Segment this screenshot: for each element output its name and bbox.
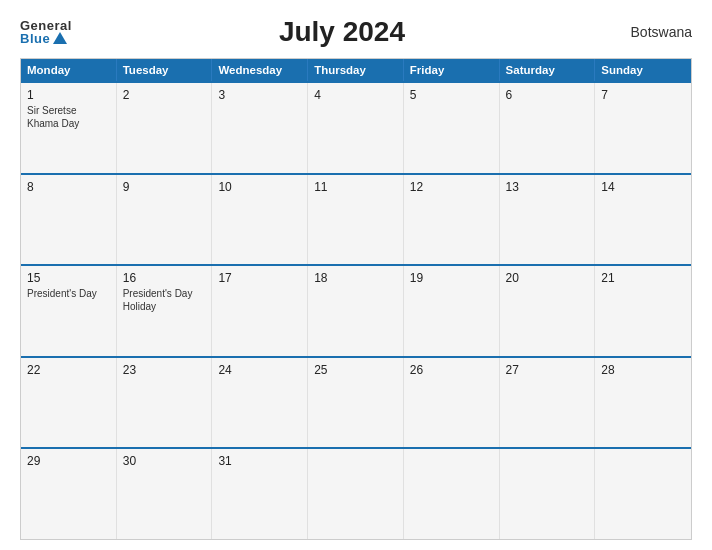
day-number: 28 [601, 363, 685, 377]
cell-19: 19 [404, 266, 500, 356]
day-number: 26 [410, 363, 493, 377]
header: General Blue July 2024 Botswana [20, 16, 692, 48]
event-label: Sir Seretse Khama Day [27, 104, 110, 130]
day-number: 21 [601, 271, 685, 285]
cell-12: 12 [404, 175, 500, 265]
calendar-body: 1 Sir Seretse Khama Day 2 3 4 5 [21, 81, 691, 539]
cell-24: 24 [212, 358, 308, 448]
day-number: 18 [314, 271, 397, 285]
logo: General Blue [20, 19, 72, 45]
header-saturday: Saturday [500, 59, 596, 81]
day-number: 12 [410, 180, 493, 194]
cell-27: 27 [500, 358, 596, 448]
calendar-title: July 2024 [72, 16, 612, 48]
day-number: 11 [314, 180, 397, 194]
day-number: 20 [506, 271, 589, 285]
cell-21: 21 [595, 266, 691, 356]
header-friday: Friday [404, 59, 500, 81]
day-number: 17 [218, 271, 301, 285]
cell-2: 2 [117, 83, 213, 173]
cell-empty-3 [500, 449, 596, 539]
cell-28: 28 [595, 358, 691, 448]
cell-empty-4 [595, 449, 691, 539]
day-number: 5 [410, 88, 493, 102]
day-number: 30 [123, 454, 206, 468]
calendar: Monday Tuesday Wednesday Thursday Friday… [20, 58, 692, 540]
cell-3: 3 [212, 83, 308, 173]
cell-22: 22 [21, 358, 117, 448]
day-number: 14 [601, 180, 685, 194]
cell-20: 20 [500, 266, 596, 356]
cell-empty-1 [308, 449, 404, 539]
day-number: 9 [123, 180, 206, 194]
day-number: 24 [218, 363, 301, 377]
day-number: 31 [218, 454, 301, 468]
cell-9: 9 [117, 175, 213, 265]
country-label: Botswana [612, 24, 692, 40]
event-label: President's Day [27, 287, 110, 300]
header-thursday: Thursday [308, 59, 404, 81]
cell-7: 7 [595, 83, 691, 173]
day-number: 23 [123, 363, 206, 377]
cell-11: 11 [308, 175, 404, 265]
cell-26: 26 [404, 358, 500, 448]
day-number: 2 [123, 88, 206, 102]
cell-30: 30 [117, 449, 213, 539]
day-number: 1 [27, 88, 110, 102]
cell-13: 13 [500, 175, 596, 265]
page: General Blue July 2024 Botswana Monday T… [0, 0, 712, 550]
week-row-5: 29 30 31 [21, 447, 691, 539]
logo-blue-text: Blue [20, 32, 72, 45]
day-number: 19 [410, 271, 493, 285]
header-sunday: Sunday [595, 59, 691, 81]
cell-18: 18 [308, 266, 404, 356]
header-wednesday: Wednesday [212, 59, 308, 81]
day-number: 3 [218, 88, 301, 102]
week-row-1: 1 Sir Seretse Khama Day 2 3 4 5 [21, 81, 691, 173]
cell-25: 25 [308, 358, 404, 448]
day-number: 27 [506, 363, 589, 377]
cell-16: 16 President's Day Holiday [117, 266, 213, 356]
day-number: 4 [314, 88, 397, 102]
day-number: 6 [506, 88, 589, 102]
cell-14: 14 [595, 175, 691, 265]
cell-17: 17 [212, 266, 308, 356]
cell-29: 29 [21, 449, 117, 539]
day-number: 13 [506, 180, 589, 194]
week-row-3: 15 President's Day 16 President's Day Ho… [21, 264, 691, 356]
header-monday: Monday [21, 59, 117, 81]
day-number: 25 [314, 363, 397, 377]
week-row-4: 22 23 24 25 26 27 28 [21, 356, 691, 448]
event-label: President's Day Holiday [123, 287, 206, 313]
logo-triangle-icon [53, 32, 67, 44]
cell-8: 8 [21, 175, 117, 265]
day-number: 10 [218, 180, 301, 194]
cell-10: 10 [212, 175, 308, 265]
day-number: 16 [123, 271, 206, 285]
week-row-2: 8 9 10 11 12 13 14 [21, 173, 691, 265]
day-number: 8 [27, 180, 110, 194]
header-tuesday: Tuesday [117, 59, 213, 81]
day-number: 15 [27, 271, 110, 285]
day-number: 7 [601, 88, 685, 102]
cell-1: 1 Sir Seretse Khama Day [21, 83, 117, 173]
calendar-header: Monday Tuesday Wednesday Thursday Friday… [21, 59, 691, 81]
cell-23: 23 [117, 358, 213, 448]
cell-6: 6 [500, 83, 596, 173]
cell-31: 31 [212, 449, 308, 539]
day-number: 29 [27, 454, 110, 468]
cell-5: 5 [404, 83, 500, 173]
cell-4: 4 [308, 83, 404, 173]
cell-15: 15 President's Day [21, 266, 117, 356]
cell-empty-2 [404, 449, 500, 539]
day-number: 22 [27, 363, 110, 377]
